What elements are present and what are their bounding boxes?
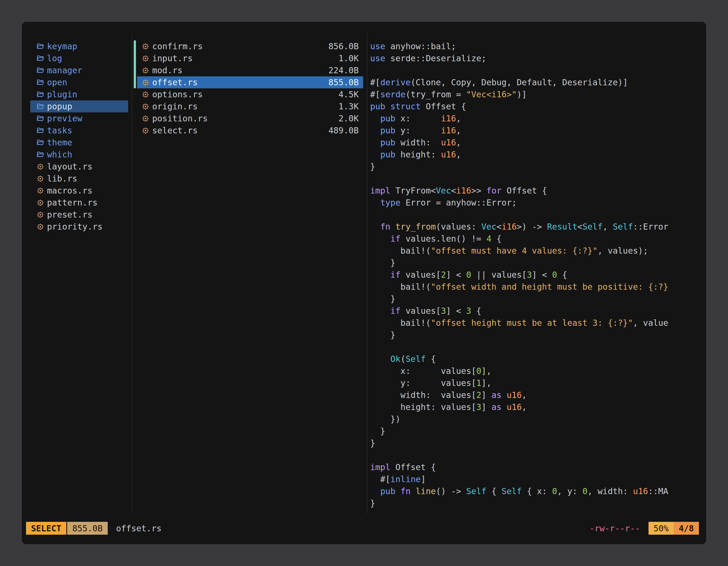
code-line: bail!("offset height must be at least 3:… [370, 317, 705, 329]
sidebar-item-label: log [47, 52, 62, 64]
folder-icon [36, 55, 44, 62]
code-line: pub struct Offset { [370, 100, 705, 112]
sidebar-item-label: preset.rs [47, 209, 93, 221]
rust-file-icon [36, 175, 44, 183]
sidebar-item-which[interactable]: which [30, 149, 128, 161]
code-line: pub fn line() -> Self { Self { x: 0, y: … [370, 485, 705, 497]
code-line: pub height: u16, [370, 149, 705, 161]
code-line: width: values[2] as u16, [370, 389, 705, 401]
rust-file-icon [36, 223, 44, 231]
file-name: mod.rs [152, 64, 182, 76]
sidebar-item-label: theme [47, 137, 72, 149]
sidebar-item-priority-rs[interactable]: priority.rs [30, 221, 128, 233]
file-size: 855.0B [328, 76, 359, 88]
code-line: } [370, 497, 705, 509]
folder-icon [36, 79, 44, 86]
preview-code: use anyhow::bail;use serde::Deserialize;… [370, 40, 705, 509]
sidebar-item-open[interactable]: open [30, 76, 128, 88]
file-row[interactable]: options.rs4.5K [137, 88, 363, 100]
code-line: pub y: i16, [370, 125, 705, 137]
file-size: 4.5K [339, 88, 359, 100]
sidebar-item-popup[interactable]: popup [30, 100, 128, 112]
sidebar-item-plugin[interactable]: plugin [30, 88, 128, 100]
rust-file-icon [36, 199, 44, 207]
file-row[interactable]: position.rs2.0K [137, 112, 363, 125]
sidebar-item-theme[interactable]: theme [30, 137, 128, 149]
file-name: confirm.rs [152, 40, 203, 52]
sidebar-item-preset-rs[interactable]: preset.rs [30, 209, 128, 221]
code-line: } [370, 437, 705, 449]
code-line: bail!("offset width and height must be p… [370, 281, 705, 293]
sidebar-item-keymap[interactable]: keymap [30, 40, 128, 52]
pane-divider-right [367, 33, 367, 513]
code-line: bail!("offset must have 4 values: {:?}",… [370, 245, 705, 257]
sidebar-item-label: keymap [47, 40, 77, 52]
rust-file-icon [142, 43, 149, 50]
code-line [370, 173, 705, 185]
file-name: input.rs [152, 52, 193, 64]
scroll-percent-badge: 50% [649, 522, 674, 535]
code-line [370, 209, 705, 221]
sidebar-item-preview[interactable]: preview [30, 112, 128, 125]
sidebar-item-manager[interactable]: manager [30, 64, 128, 76]
file-size: 1.0K [339, 52, 359, 64]
rust-file-icon [142, 67, 149, 74]
code-line: Ok(Self { [370, 353, 705, 365]
rust-file-icon [142, 55, 149, 62]
code-line: fn try_from(values: Vec<i16>) -> Result<… [370, 221, 705, 233]
code-line: type Error = anyhow::Error; [370, 197, 705, 209]
sidebar-item-layout-rs[interactable]: layout.rs [30, 161, 128, 173]
code-line: x: values[0], [370, 365, 705, 377]
file-size-badge: 855.0B [67, 522, 107, 535]
code-line: if values[2] < 0 || values[3] < 0 { [370, 269, 705, 281]
sidebar-item-label: popup [47, 100, 72, 112]
rust-file-icon [142, 79, 149, 86]
code-line: }) [370, 413, 705, 425]
code-line: #[derive(Clone, Copy, Debug, Default, De… [370, 76, 705, 88]
rust-file-icon [36, 163, 44, 171]
pane-divider-left [131, 33, 132, 513]
file-name: origin.rs [152, 100, 198, 112]
folder-icon [36, 43, 44, 50]
sidebar-pane: keymaplogmanageropenpluginpopuppreviewta… [22, 40, 131, 233]
code-line [370, 64, 705, 76]
folder-icon [36, 151, 44, 159]
file-row[interactable]: offset.rs855.0B [137, 76, 363, 88]
sidebar-item-lib-rs[interactable]: lib.rs [30, 173, 128, 185]
file-list-scrollbar[interactable] [134, 40, 136, 88]
status-filename: offset.rs [116, 522, 162, 534]
code-line: #[inline] [370, 473, 705, 485]
rust-file-icon [142, 103, 149, 111]
folder-icon [36, 139, 44, 147]
sidebar-item-log[interactable]: log [30, 52, 128, 64]
status-bar: SELECT 855.0B offset.rs -rw-r--r-- 50% 4… [22, 522, 706, 535]
file-name: select.rs [152, 125, 198, 137]
sidebar-item-macros-rs[interactable]: macros.rs [30, 185, 128, 197]
sidebar-item-tasks[interactable]: tasks [30, 125, 128, 137]
code-line: pub x: i16, [370, 112, 705, 125]
preview-pane: use anyhow::bail;use serde::Deserialize;… [370, 40, 705, 516]
file-manager-window: keymaplogmanageropenpluginpopuppreviewta… [22, 22, 706, 544]
file-row[interactable]: origin.rs1.3K [137, 100, 363, 112]
file-row[interactable]: confirm.rs856.0B [137, 40, 363, 52]
sidebar-item-pattern-rs[interactable]: pattern.rs [30, 197, 128, 209]
folder-icon [36, 67, 44, 74]
code-line: use anyhow::bail; [370, 40, 705, 52]
file-size: 856.0B [328, 40, 359, 52]
sidebar-item-label: pattern.rs [47, 197, 98, 209]
rust-file-icon [36, 211, 44, 219]
code-line: if values[3] < 3 { [370, 305, 705, 317]
sidebar-item-label: layout.rs [47, 161, 93, 173]
file-row[interactable]: select.rs489.0B [137, 125, 363, 137]
sidebar-item-label: tasks [47, 125, 72, 137]
rust-file-icon [142, 127, 149, 135]
file-name: offset.rs [152, 76, 198, 88]
file-name: position.rs [152, 112, 208, 125]
file-row[interactable]: input.rs1.0K [137, 52, 363, 64]
code-line [370, 341, 705, 353]
file-row[interactable]: mod.rs224.0B [137, 64, 363, 76]
code-line: y: values[1], [370, 377, 705, 389]
file-size: 2.0K [339, 112, 359, 125]
sidebar-item-label: open [47, 76, 67, 88]
sidebar-item-label: which [47, 149, 72, 161]
